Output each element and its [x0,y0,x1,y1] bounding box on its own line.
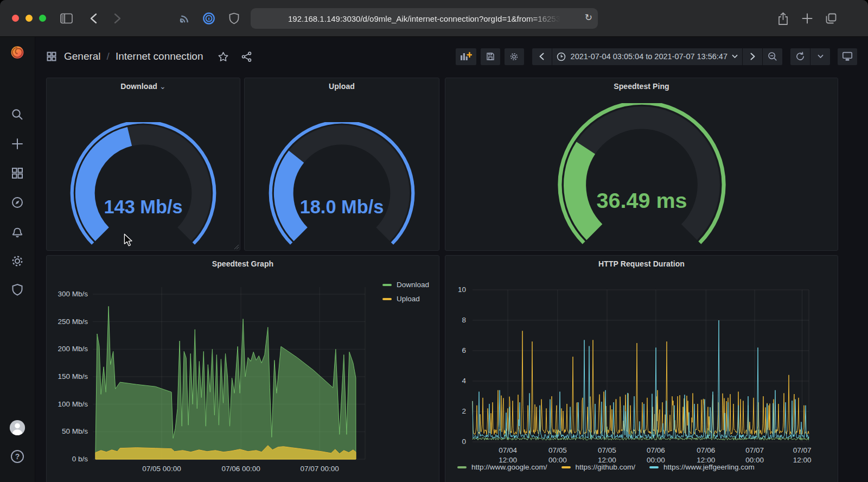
rss-reader-icon[interactable] [178,12,192,25]
admin-shield-icon[interactable] [9,282,25,298]
close-window-button[interactable] [12,15,19,22]
ping-gauge: 36.49 ms [539,103,745,249]
safari-window: 192.168.1.149:3030/d/o9mle_Aik/internet-… [0,0,868,482]
tab-overview-icon[interactable] [825,12,838,25]
grafana-sidebar: ? [0,37,35,482]
y-tick-label: 0 b/s [50,455,88,463]
breadcrumb-separator: / [107,50,110,62]
download-gauge: 143 Mb/s [54,122,233,249]
http-legend: http://www.google.com/https://github.com… [457,463,769,471]
breadcrumb: General / Internet connection [64,50,203,62]
mouse-cursor [122,233,134,246]
breadcrumb-folder[interactable]: General [64,50,101,62]
tv-cycle-view-button[interactable] [838,48,857,65]
grafana-logo[interactable] [9,44,25,60]
panel-http-request-duration[interactable]: HTTP Request Duration 1086420 07/0412:00… [445,255,838,482]
back-button[interactable] [87,12,100,25]
x-tick-label: 07/05 00:00 [132,465,192,473]
time-shift-forward-button[interactable] [743,48,762,65]
reload-icon[interactable]: ↻ [585,12,592,23]
browser-toolbar: 192.168.1.149:3030/d/o9mle_Aik/internet-… [0,0,868,37]
address-bar[interactable]: 192.168.1.149:3030/d/o9mle_Aik/internet-… [251,8,598,29]
time-range-label: 2021-07-04 03:05:04 to 2021-07-07 13:56:… [571,52,727,61]
y-tick-label: 200 Mb/s [50,345,88,353]
legend-item[interactable]: Upload [382,295,429,303]
dashboard-grid-icon [46,51,57,62]
configuration-gear-icon[interactable] [9,253,25,269]
sidebar-toggle-icon[interactable] [60,12,73,25]
star-dashboard-icon[interactable] [218,51,229,62]
y-tick-label: 4 [428,377,466,385]
legend-item[interactable]: https://www.jeffgeerling.com [649,463,755,471]
y-tick-label: 300 Mb/s [50,290,88,298]
svg-text:143 Mb/s: 143 Mb/s [104,196,182,217]
search-icon[interactable] [9,106,25,123]
refresh-interval-caret[interactable] [810,48,830,65]
legend-item[interactable]: Download [382,281,429,289]
y-tick-label: 0 [428,437,466,446]
legend-item[interactable]: https://github.com/ [561,463,635,471]
share-page-icon[interactable] [776,12,789,25]
y-tick-label: 50 Mb/s [50,427,88,435]
dashboard-settings-button[interactable] [505,48,524,65]
panel-download[interactable]: Download ⌄ 143 Mb/s [46,78,240,251]
panel-menu-caret-icon[interactable]: ⌄ [159,82,166,91]
x-tick-label: 07/0712:00 [773,446,832,464]
share-dashboard-icon[interactable] [241,51,252,62]
speedtest-graph-plot [47,256,439,482]
legend-swatch [382,298,392,300]
time-shift-back-button[interactable] [532,48,552,65]
save-dashboard-button[interactable] [481,48,500,65]
upload-gauge: 18.0 Mb/s [252,122,431,249]
panel-upload[interactable]: Upload 18.0 Mb/s [244,78,439,251]
panel-resize-handle[interactable] [234,245,239,249]
x-tick-label: 07/06 00:00 [211,465,271,473]
y-tick-label: 2 [428,407,466,415]
time-controls: 2021-07-04 03:05:04 to 2021-07-07 13:56:… [532,48,782,65]
forward-button[interactable] [111,12,124,25]
y-tick-label: 100 Mb/s [50,400,88,408]
new-tab-icon[interactable] [801,12,814,25]
create-plus-icon[interactable] [9,136,25,152]
legend-item[interactable]: http://www.google.com/ [457,463,547,471]
help-icon[interactable]: ? [9,448,25,465]
url-text: 192.168.1.149:3030/d/o9mle_Aik/internet-… [288,14,560,23]
refresh-controls [790,48,830,65]
password-manager-icon[interactable] [202,12,215,25]
legend-swatch [457,466,467,468]
explore-compass-icon[interactable] [9,194,25,211]
legend-swatch [649,466,659,468]
legend-swatch [382,284,392,286]
alerting-bell-icon[interactable] [9,224,25,240]
panel-title[interactable]: Upload [245,82,439,91]
refresh-button[interactable] [790,48,810,65]
svg-text:18.0 Mb/s: 18.0 Mb/s [300,196,384,217]
dashboard-toolbar: 2021-07-04 03:05:04 to 2021-07-07 13:56:… [451,48,857,65]
add-panel-button[interactable] [456,48,476,65]
user-avatar[interactable] [9,420,25,436]
x-tick-label: 07/07 00:00 [290,465,349,473]
y-tick-label: 10 [428,286,466,294]
panel-speedtest-graph[interactable]: Speedtest Graph 300 Mb/s250 Mb/s200 Mb/s… [46,255,439,482]
zoom-out-time-button[interactable] [763,48,782,65]
panel-title[interactable]: Speedtest Ping [445,82,838,91]
svg-text:36.49 ms: 36.49 ms [596,188,687,212]
time-range-button[interactable]: 2021-07-04 03:05:04 to 2021-07-07 13:56:… [552,48,742,65]
panel-speedtest-ping[interactable]: Speedtest Ping 36.49 ms [445,78,838,251]
y-tick-label: 250 Mb/s [50,318,88,326]
breadcrumb-page[interactable]: Internet connection [116,50,203,62]
panel-title[interactable]: Download ⌄ [47,82,240,91]
dashboard-header: General / Internet connection [35,42,868,71]
speedtest-legend: DownloadUpload [382,281,429,309]
y-tick-label: 6 [428,346,466,354]
privacy-shield-icon[interactable] [227,12,240,25]
dashboard-main: General / Internet connection [35,37,868,482]
y-tick-label: 150 Mb/s [50,372,88,380]
legend-swatch [561,466,571,468]
minimize-window-button[interactable] [25,15,33,22]
svg-text:?: ? [15,452,20,461]
y-tick-label: 8 [428,316,466,324]
dashboards-icon[interactable] [9,165,25,181]
zoom-window-button[interactable] [39,15,46,22]
